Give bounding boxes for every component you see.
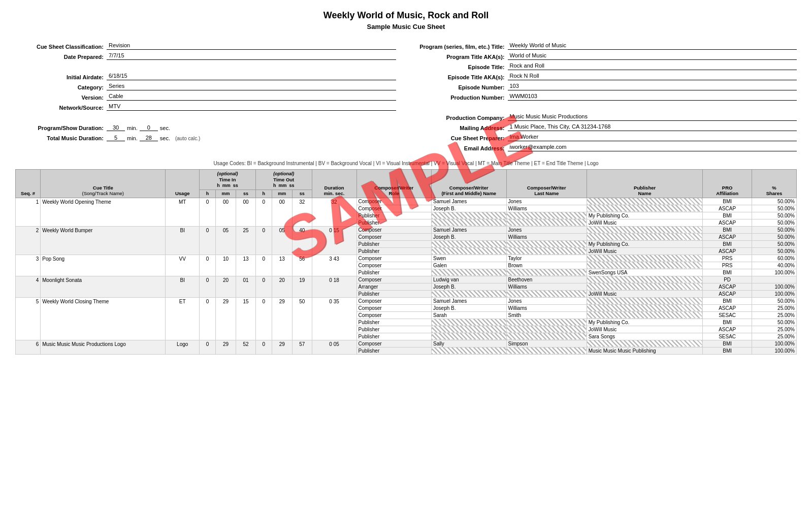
th-usage: Usage bbox=[166, 170, 200, 198]
cell-pro-4-5: SESAC bbox=[703, 333, 752, 340]
cell-shares-0-3: 50.00% bbox=[752, 219, 796, 226]
cell-firstname-1-3 bbox=[432, 247, 507, 255]
cell-role-1-3: Publisher bbox=[356, 247, 432, 255]
value-episode-aka: Rock N Roll bbox=[508, 72, 797, 80]
value-program-title: Weekly World of Music bbox=[508, 42, 797, 50]
th-duration: Durationmin. sec. bbox=[312, 170, 356, 198]
cell-timein-1-1: 05 bbox=[215, 226, 236, 255]
cell-pro-4-3: BMI bbox=[703, 319, 752, 326]
cell-title-5: Music Music Music Productions Logo bbox=[41, 340, 166, 354]
cell-publisher-0-3: JoWill Music bbox=[587, 219, 703, 226]
cell-title-0: Weekly World Opening Theme bbox=[41, 198, 166, 226]
cell-firstname-4-0: Samuel James bbox=[432, 297, 507, 304]
cell-role-2-2: Publisher bbox=[356, 269, 432, 276]
cell-duration-5: 0 05 bbox=[312, 340, 356, 354]
cell-role-0-1: Composer bbox=[356, 205, 432, 212]
cell-pro-2-0: PRS bbox=[703, 255, 752, 262]
cell-firstname-4-5 bbox=[432, 333, 507, 340]
cell-firstname-3-0: Ludwig van bbox=[432, 276, 507, 283]
cell-pro-1-1: ASCAP bbox=[703, 233, 752, 240]
cell-pro-5-1: BMI bbox=[703, 347, 752, 354]
cell-lastname-2-1: Brown bbox=[506, 262, 587, 269]
cell-timeout-0-5: 0 bbox=[255, 340, 272, 354]
cell-publisher-4-1 bbox=[587, 304, 703, 311]
cell-publisher-4-2 bbox=[587, 311, 703, 319]
cell-timeout-2-1: 40 bbox=[292, 226, 312, 255]
value-preparer: Ima Worker bbox=[508, 133, 797, 141]
cell-pro-3-2: ASCAP bbox=[703, 290, 752, 297]
cell-lastname-4-0: Jones bbox=[506, 297, 587, 304]
cell-shares-1-3: 50.00% bbox=[752, 247, 796, 255]
th-lastname: Composer/WriterLast Name bbox=[506, 170, 587, 198]
cell-publisher-0-0 bbox=[587, 198, 703, 205]
cell-firstname-0-2 bbox=[432, 212, 507, 219]
cell-lastname-4-1: Williams bbox=[506, 304, 587, 311]
cell-timeout-0-2: 0 bbox=[255, 255, 272, 276]
cell-timein-1-3: 20 bbox=[215, 276, 236, 297]
cell-pro-4-1: ASCAP bbox=[703, 304, 752, 311]
label-program-duration: Program/Show Duration: bbox=[15, 125, 107, 131]
cell-timein-2-0: 00 bbox=[236, 198, 256, 226]
label-category: Category: bbox=[15, 84, 107, 90]
value-email: iworker@example.com bbox=[508, 143, 797, 151]
cell-title-3: Moonlight Sonata bbox=[41, 276, 166, 297]
cell-firstname-1-2 bbox=[432, 240, 507, 247]
th-timein-h: h bbox=[200, 190, 216, 198]
cell-lastname-5-0: Simpson bbox=[506, 340, 587, 347]
cell-role-3-0: Composer bbox=[356, 276, 432, 283]
th-timein-group: (optional)Time Inh mm ss bbox=[200, 170, 256, 190]
cell-timeout-2-5: 57 bbox=[292, 340, 312, 354]
cell-publisher-1-2: My Publishing Co. bbox=[587, 240, 703, 247]
label-email: Email Address: bbox=[416, 145, 508, 151]
cell-firstname-0-1: Joseph B. bbox=[432, 205, 507, 212]
cell-shares-0-0: 50.00% bbox=[752, 198, 796, 205]
value-episode-number: 103 bbox=[508, 82, 797, 90]
cell-role-1-1: Composer bbox=[356, 233, 432, 240]
cell-firstname-4-4 bbox=[432, 326, 507, 333]
cell-usage-5: Logo bbox=[166, 340, 200, 354]
cell-publisher-2-0 bbox=[587, 255, 703, 262]
cell-duration-1: 0 15 bbox=[312, 226, 356, 255]
value-music-sec: 28 bbox=[140, 135, 158, 141]
cell-shares-3-1: 100.00% bbox=[752, 283, 796, 290]
cell-publisher-3-2: JoWill Music bbox=[587, 290, 703, 297]
cell-usage-4: ET bbox=[166, 297, 200, 340]
cell-shares-1-1: 50.00% bbox=[752, 233, 796, 240]
cell-duration-4: 0 35 bbox=[312, 297, 356, 340]
dur-sep-2: sec. bbox=[158, 125, 172, 131]
cell-role-4-5: Publisher bbox=[356, 333, 432, 340]
cell-title-4: Weekly World Closing Theme bbox=[41, 297, 166, 340]
cell-firstname-5-0: Sally bbox=[432, 340, 507, 347]
cell-firstname-3-1: Joseph B. bbox=[432, 283, 507, 290]
label-preparer: Cue Sheet Preparer: bbox=[416, 135, 508, 141]
cell-lastname-1-1: Williams bbox=[506, 233, 587, 240]
cell-role-4-2: Composer bbox=[356, 311, 432, 319]
cell-firstname-2-2 bbox=[432, 269, 507, 276]
cell-pro-0-1: ASCAP bbox=[703, 205, 752, 212]
dur-sep-1: min. bbox=[125, 125, 140, 131]
label-network: Network/Source: bbox=[15, 105, 107, 111]
cell-seq-3: 4 bbox=[16, 276, 41, 297]
cell-lastname-0-1: Williams bbox=[506, 205, 587, 212]
cell-shares-5-0: 100.00% bbox=[752, 340, 796, 347]
cell-role-2-1: Composer bbox=[356, 262, 432, 269]
cell-pro-4-0: BMI bbox=[703, 297, 752, 304]
cell-publisher-5-1: Music Music Music Publishing bbox=[587, 347, 703, 354]
value-music-min: 5 bbox=[107, 135, 125, 141]
cell-shares-4-4: 25.00% bbox=[752, 326, 796, 333]
cue-table: Seq. # Cue Title(Song/Track Name) Usage … bbox=[15, 169, 797, 355]
cell-title-1: Weekly World Bumper bbox=[41, 226, 166, 255]
th-publisher: PublisherName bbox=[587, 170, 703, 198]
th-timein-ss: ss bbox=[236, 190, 256, 198]
th-shares: %Shares bbox=[752, 170, 796, 198]
label-production-number: Production Number: bbox=[416, 94, 508, 101]
cell-pro-1-0: BMI bbox=[703, 226, 752, 233]
cell-firstname-1-0: Samuel James bbox=[432, 226, 507, 233]
cell-shares-2-1: 40.00% bbox=[752, 262, 796, 269]
cell-lastname-3-1: Williams bbox=[506, 283, 587, 290]
cell-publisher-1-0 bbox=[587, 226, 703, 233]
cell-pro-4-4: ASCAP bbox=[703, 326, 752, 333]
cell-timein-0-3: 0 bbox=[200, 276, 216, 297]
th-timeout-mm: mm bbox=[272, 190, 292, 198]
label-episode-title: Episode Title: bbox=[416, 64, 508, 70]
